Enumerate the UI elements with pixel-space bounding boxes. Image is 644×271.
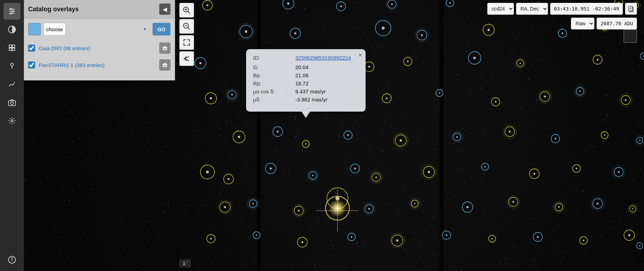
svg-rect-8	[12, 45, 15, 47]
info-mua-row: μα cos δ: 9.437 mas/yr	[253, 88, 359, 94]
svg-rect-20	[164, 46, 166, 47]
info-id-row: ID: 3250629853195892224	[253, 55, 359, 61]
svg-rect-7	[9, 45, 12, 47]
top-right-controls: ccd24 RA, Dec 03:43:10.951 -02:36:49 Raw…	[487, 3, 637, 29]
adu-display: 2687.70 ADU	[597, 18, 637, 29]
catalog-add-row: choose GO	[24, 19, 175, 40]
svg-point-11	[11, 63, 13, 66]
contrast-button[interactable]	[4, 21, 20, 38]
catalog-panstarrs-label: PanSTARRS 1 (383 entries)	[39, 62, 156, 68]
svg-line-36	[188, 27, 190, 29]
svg-rect-29	[165, 65, 165, 66]
catalog-go-button[interactable]: GO	[153, 23, 170, 35]
info-mud-value: -3.982 mas/yr	[295, 97, 328, 103]
svg-rect-23	[165, 48, 165, 49]
catalog-panel: Catalog overlays ◀ choose GO Gaia DR3 (8…	[24, 0, 175, 80]
layers-button[interactable]	[4, 39, 20, 56]
catalog-color-swatch[interactable]	[28, 23, 41, 35]
svg-point-5	[10, 13, 12, 14]
coord-system-select[interactable]: RA, Dec	[516, 3, 548, 15]
info-bp-row: Bp: 21.06	[253, 72, 359, 78]
info-g-row: G: 20.04	[253, 64, 359, 70]
info-button[interactable]	[4, 251, 20, 268]
chart-button[interactable]	[4, 76, 20, 93]
info-rp-value: 18.72	[295, 80, 309, 86]
catalog-entry-panstarrs: PanSTARRS 1 (383 entries)	[24, 57, 175, 73]
info-mud-row: μδ: -3.982 mas/yr	[253, 97, 359, 103]
catalog-panel-header: Catalog overlays ◀	[24, 0, 175, 19]
zoom-out-button[interactable]	[179, 19, 194, 34]
svg-point-4	[12, 11, 14, 12]
info-bp-key: Bp:	[253, 72, 295, 78]
svg-point-3	[10, 8, 12, 10]
svg-rect-28	[164, 65, 165, 66]
info-mud-key: μδ:	[253, 97, 295, 103]
info-mua-value: 9.437 mas/yr	[295, 88, 326, 94]
info-rp-key: Rp:	[253, 80, 295, 86]
scale-bar-label: 1 '	[183, 261, 187, 266]
scale-bar: 1 '	[179, 259, 191, 267]
catalog-panstarrs-checkbox[interactable]	[28, 61, 35, 68]
expand-button[interactable]	[179, 35, 194, 50]
sliders-button[interactable]	[4, 3, 20, 20]
info-id-key: ID:	[253, 55, 295, 61]
svg-point-14	[11, 102, 13, 105]
svg-rect-30	[166, 65, 166, 66]
zoom-in-button[interactable]	[179, 3, 194, 18]
info-popup: × ID: 3250629853195892224 G: 20.04 Bp: 2…	[246, 49, 366, 112]
camera-button[interactable]	[4, 94, 20, 111]
svg-point-18	[12, 258, 12, 258]
svg-rect-26	[164, 63, 166, 64]
catalog-select-wrapper: choose	[44, 23, 150, 35]
raw-select[interactable]: Raw	[571, 18, 594, 29]
catalog-gaia-delete-button[interactable]	[159, 42, 170, 54]
svg-rect-21	[162, 47, 167, 48]
svg-rect-10	[12, 48, 15, 51]
catalog-entry-gaia: Gaia DR3 (88 entries)	[24, 40, 175, 57]
panel-collapse-button[interactable]: ◀	[159, 4, 170, 15]
settings-button[interactable]	[4, 112, 20, 129]
zoom-controls	[179, 3, 194, 66]
back-button[interactable]	[179, 51, 194, 66]
coordinate-control-row: ccd24 RA, Dec 03:43:10.951 -02:36:49	[487, 3, 637, 15]
catalog-panel-title: Catalog overlays	[28, 6, 79, 13]
copy-coords-button[interactable]	[625, 3, 637, 15]
svg-rect-27	[162, 64, 167, 65]
catalog-panstarrs-delete-button[interactable]	[159, 59, 170, 71]
left-toolbar	[0, 0, 24, 271]
coordinates-display: 03:43:10.951 -02:36:49	[550, 3, 623, 15]
info-close-button[interactable]: ×	[358, 52, 362, 58]
info-id-link[interactable]: 3250629853195892224	[295, 55, 351, 61]
svg-rect-9	[9, 48, 12, 51]
ccd-select[interactable]: ccd24	[487, 3, 514, 15]
catalog-select[interactable]: choose	[44, 23, 66, 35]
svg-rect-24	[166, 48, 166, 49]
catalog-gaia-checkbox[interactable]	[28, 45, 35, 52]
info-g-value: 20.04	[295, 64, 309, 70]
svg-point-15	[11, 120, 13, 122]
svg-rect-22	[164, 48, 165, 49]
adu-control-row: Raw 2687.70 ADU	[571, 18, 637, 29]
pin-button[interactable]	[4, 58, 20, 74]
svg-line-32	[188, 11, 190, 13]
mini-map	[624, 29, 637, 43]
info-mua-key: μα cos δ:	[253, 88, 295, 94]
catalog-gaia-label: Gaia DR3 (88 entries)	[39, 45, 156, 51]
info-g-key: G:	[253, 64, 295, 70]
info-rp-row: Rp: 18.72	[253, 80, 359, 86]
info-bp-value: 21.06	[295, 72, 309, 78]
